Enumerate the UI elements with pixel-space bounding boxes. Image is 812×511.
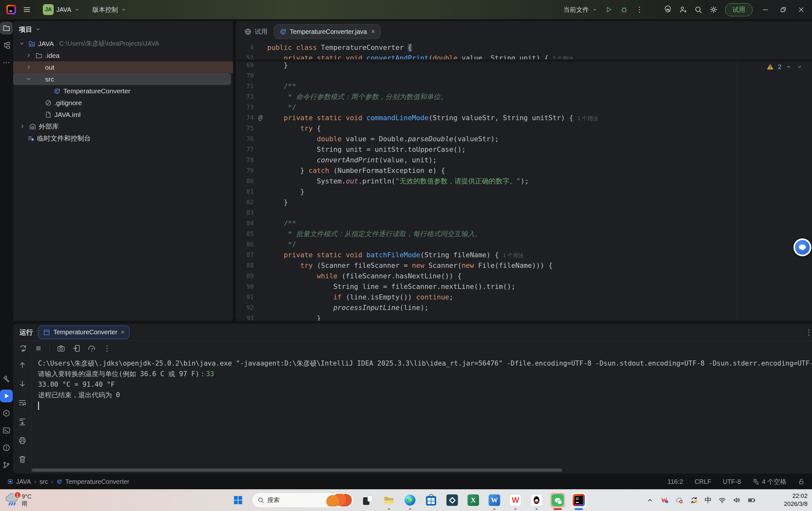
line-number[interactable]: 85	[236, 228, 254, 239]
volume[interactable]	[733, 496, 741, 504]
taskbar-app-microsoft-store[interactable]	[424, 493, 438, 508]
stripe-terminal-button[interactable]	[0, 424, 13, 437]
taskbar-search[interactable]: 搜索	[252, 492, 354, 508]
vcs-widget[interactable]: 版本控制	[90, 3, 129, 17]
debug-button[interactable]	[617, 3, 631, 17]
breadcrumb-item[interactable]: src	[39, 478, 48, 485]
tray-wps[interactable]	[661, 496, 669, 504]
line-number[interactable]: 73	[236, 102, 254, 113]
code-line[interactable]: 79 } catch (NumberFormatException e) {	[236, 165, 812, 176]
up-stacktrace-button[interactable]	[17, 360, 28, 370]
soft-wrap-button[interactable]	[17, 397, 28, 408]
console-output[interactable]: C:\Users\朱彦硕\.jdks\openjdk-25.0.2\bin\ja…	[32, 356, 812, 474]
minimize-button[interactable]	[757, 3, 774, 17]
code-line[interactable]: 76 double value = Double.parseDouble(val…	[236, 134, 812, 144]
line-number[interactable]: 70	[236, 70, 254, 81]
code-with-me-button[interactable]	[676, 3, 690, 17]
code-line[interactable]: 82 }	[236, 197, 812, 207]
line-number[interactable]: 74	[236, 113, 254, 123]
code-line[interactable]: 57 private static void convertAndPrint(d…	[236, 53, 812, 59]
close-run-tab-icon[interactable]: ×	[121, 329, 125, 336]
line-number[interactable]: 83	[236, 207, 254, 218]
chevron-down-icon[interactable]	[25, 76, 33, 83]
chevron-down-icon[interactable]	[18, 40, 26, 48]
file-encoding[interactable]: UTF-8	[723, 478, 741, 485]
clear-all-button[interactable]	[17, 454, 28, 465]
line-number[interactable]: 93	[236, 313, 254, 321]
console-line[interactable]: C:\Users\朱彦硕\.jdks\openjdk-25.0.2\bin\ja…	[38, 358, 812, 369]
code-line[interactable]: 91 if (line.isEmpty()) continue;	[236, 292, 812, 302]
floating-assistant-ball[interactable]	[793, 238, 811, 256]
taskbar-app-dark-app[interactable]	[445, 493, 460, 508]
code-line[interactable]: 90 String line = fileScanner.nextLine().…	[236, 281, 812, 292]
caret-position[interactable]: 116:2	[668, 478, 683, 485]
tree-root-java[interactable]: JAVAC:\Users\朱彦硕\IdeaProjects\JAVA	[13, 38, 233, 50]
tree-src-folder[interactable]: src	[13, 73, 231, 85]
search-everywhere-button[interactable]	[691, 3, 705, 17]
chevron-right-icon[interactable]	[19, 123, 27, 131]
line-number[interactable]: 89	[236, 271, 254, 281]
breadcrumb[interactable]: JAVA›src›TemperatureConverter	[7, 478, 129, 485]
line-number[interactable]: 71	[236, 81, 254, 91]
tree-external-libraries[interactable]: 外部库	[13, 120, 233, 132]
down-stacktrace-button[interactable]	[17, 378, 28, 389]
more-actions-button[interactable]: ⋮	[632, 3, 646, 17]
stripe-more-tool-windows-button[interactable]	[0, 56, 13, 69]
code-line[interactable]: 81 }	[236, 186, 812, 197]
line-number[interactable]: 90	[236, 281, 254, 292]
tree-scratches[interactable]: 临时文件和控制台	[13, 132, 233, 144]
code-line[interactable]: 69 }	[236, 60, 812, 70]
stripe-run-button[interactable]	[0, 390, 13, 402]
tab-trial[interactable]: 试用	[241, 27, 271, 36]
line-number[interactable]: 76	[236, 134, 254, 144]
code-line[interactable]: 92 processInputLine(line);	[236, 302, 812, 313]
line-number[interactable]: 75	[236, 123, 254, 134]
wifi[interactable]	[718, 496, 726, 504]
breadcrumb-item[interactable]: TemperatureConverter	[56, 478, 129, 485]
code-line[interactable]: 85 * 批量文件模式：从指定文件逐行读取，每行格式同交互输入。	[236, 228, 812, 239]
chevron-down-icon[interactable]	[35, 26, 41, 33]
line-number[interactable]: 81	[236, 186, 254, 197]
line-separator[interactable]: CRLF	[694, 478, 711, 485]
taskbar-app-word[interactable]: W	[487, 493, 502, 508]
chevron-right-icon[interactable]	[25, 52, 33, 59]
taskbar-app-file-explorer[interactable]	[382, 493, 396, 508]
ime-indicator[interactable]: 中	[705, 495, 712, 505]
code-line[interactable]: 84 /**	[236, 218, 812, 228]
console-line[interactable]: 进程已结束，退出代码为 0	[38, 390, 812, 400]
stripe-build-button[interactable]	[0, 372, 13, 385]
code-line[interactable]: 78 convertAndPrint(value, unit);	[236, 155, 812, 165]
tree-out-folder[interactable]: out	[13, 61, 233, 73]
screenshot-button[interactable]	[56, 343, 66, 354]
code-line[interactable]: 4public class TemperatureConverter {	[236, 42, 812, 53]
tray-expand[interactable]	[646, 496, 654, 504]
run-tab-temperatureconverter[interactable]: TemperatureConverter ×	[38, 325, 129, 339]
tray-sync[interactable]	[690, 496, 698, 504]
taskbar-app-qq[interactable]	[529, 493, 544, 508]
code-line[interactable]: 93 }	[236, 313, 812, 321]
line-number[interactable]: 87	[236, 250, 254, 260]
file-lock[interactable]	[798, 478, 805, 485]
rerun-button[interactable]	[18, 343, 28, 354]
stripe-problems-button[interactable]	[0, 441, 13, 454]
taskbar-app-task-view[interactable]	[360, 493, 375, 508]
run-options-button[interactable]: ⋮	[805, 328, 812, 337]
scroll-to-end-button[interactable]	[17, 416, 28, 427]
more-options-button[interactable]: ⋮	[102, 343, 113, 354]
close-button[interactable]	[793, 3, 809, 17]
tree-temperatureconverter[interactable]: TemperatureConverter	[13, 85, 233, 97]
chevron-right-icon[interactable]	[25, 64, 33, 71]
tray-cloud-error[interactable]	[675, 496, 684, 504]
run-configuration-selector[interactable]: 当前文件	[561, 3, 601, 17]
stripe-project-button[interactable]	[0, 22, 13, 34]
line-number[interactable]: 69	[236, 60, 254, 70]
code-area[interactable]: 69 }7071 /**72 * 命令行参数模式：两个参数，分别为数值和单位。7…	[236, 60, 812, 321]
settings-button[interactable]	[706, 3, 721, 17]
line-number[interactable]: 91	[236, 292, 254, 302]
taskbar-app-excel[interactable]: X	[466, 493, 481, 508]
breadcrumb-item[interactable]: JAVA	[7, 478, 31, 485]
code-line[interactable]: 73 */	[236, 102, 812, 113]
taskbar-clock[interactable]: 22:02 2026/3/8	[784, 492, 808, 508]
console-horizontal-scrollbar[interactable]	[32, 469, 562, 472]
main-menu-button[interactable]	[20, 3, 34, 17]
